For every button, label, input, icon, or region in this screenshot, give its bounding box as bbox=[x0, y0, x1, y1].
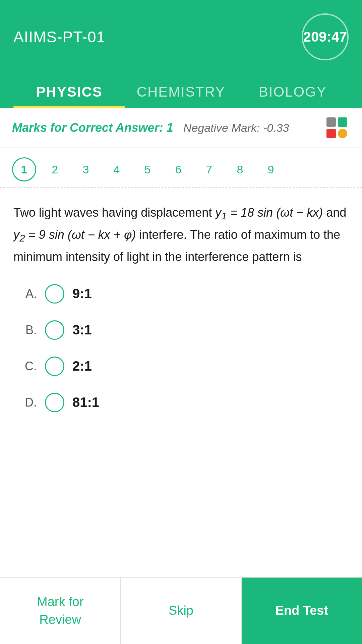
legend-red bbox=[326, 129, 336, 138]
header-top: AIIMS-PT-01 209:47 bbox=[13, 13, 349, 70]
legend-grey bbox=[326, 117, 336, 127]
header: AIIMS-PT-01 209:47 PHYSICS CHEMISTRY BIO… bbox=[0, 0, 362, 108]
option-a-value: 9:1 bbox=[72, 286, 92, 301]
option-a-radio[interactable] bbox=[45, 284, 64, 304]
question-text: Two light waves having displacement y1 =… bbox=[13, 202, 349, 267]
option-d-label: D. bbox=[20, 395, 37, 410]
q-num-6[interactable]: 6 bbox=[166, 157, 190, 181]
tab-biology[interactable]: BIOLOGY bbox=[237, 74, 349, 108]
answer-options: A. 9:1 B. 3:1 C. 2:1 D. 81:1 bbox=[13, 284, 349, 412]
subject-tabs: PHYSICS CHEMISTRY BIOLOGY bbox=[13, 70, 349, 108]
option-b-value: 3:1 bbox=[72, 322, 92, 337]
formula-y2: y2 = 9 sin (ωt − kx + φ) bbox=[13, 228, 136, 241]
tab-physics[interactable]: PHYSICS bbox=[13, 74, 125, 108]
marks-bar: Marks for Correct Answer: 1 Negative Mar… bbox=[0, 108, 362, 148]
question-area: Two light waves having displacement y1 =… bbox=[0, 187, 362, 422]
app-title: AIIMS-PT-01 bbox=[13, 28, 105, 46]
question-number-row: 1 2 3 4 5 6 7 8 9 bbox=[0, 148, 362, 187]
timer-display: 209:47 bbox=[302, 13, 349, 60]
q-num-2[interactable]: 2 bbox=[43, 157, 67, 181]
option-b-label: B. bbox=[20, 323, 37, 337]
option-c-radio[interactable] bbox=[45, 357, 64, 376]
option-d-row[interactable]: D. 81:1 bbox=[20, 393, 342, 412]
legend-green bbox=[338, 117, 347, 127]
option-b-row[interactable]: B. 3:1 bbox=[20, 320, 342, 340]
option-b-radio[interactable] bbox=[45, 320, 64, 340]
action-bar: Mark forReview Skip End Test bbox=[0, 577, 362, 644]
main-content: Marks for Correct Answer: 1 Negative Mar… bbox=[0, 108, 362, 483]
mark-review-button[interactable]: Mark forReview bbox=[0, 578, 121, 644]
q-num-5[interactable]: 5 bbox=[135, 157, 160, 181]
option-d-radio[interactable] bbox=[45, 393, 64, 412]
end-test-button[interactable]: End Test bbox=[242, 578, 362, 644]
option-a-row[interactable]: A. 9:1 bbox=[20, 284, 342, 304]
skip-button[interactable]: Skip bbox=[121, 578, 241, 644]
option-c-value: 2:1 bbox=[72, 359, 92, 374]
legend-icons bbox=[326, 117, 350, 138]
option-c-row[interactable]: C. 2:1 bbox=[20, 357, 342, 376]
marks-negative-label: Negative Mark: -0.33 bbox=[183, 121, 289, 135]
formula-y1: y1 = 18 sin (ωt − kx) bbox=[215, 206, 323, 219]
q-num-9[interactable]: 9 bbox=[259, 157, 283, 181]
q-num-8[interactable]: 8 bbox=[228, 157, 252, 181]
option-a-label: A. bbox=[20, 287, 37, 301]
q-num-4[interactable]: 4 bbox=[105, 157, 129, 181]
tab-chemistry[interactable]: CHEMISTRY bbox=[125, 74, 237, 108]
q-num-3[interactable]: 3 bbox=[74, 157, 98, 181]
legend-orange bbox=[338, 129, 347, 138]
option-c-label: C. bbox=[20, 359, 37, 373]
marks-correct-label: Marks for Correct Answer: 1 bbox=[12, 121, 173, 135]
q-num-7[interactable]: 7 bbox=[197, 157, 221, 181]
q-num-1[interactable]: 1 bbox=[12, 157, 36, 181]
option-d-value: 81:1 bbox=[72, 395, 99, 410]
